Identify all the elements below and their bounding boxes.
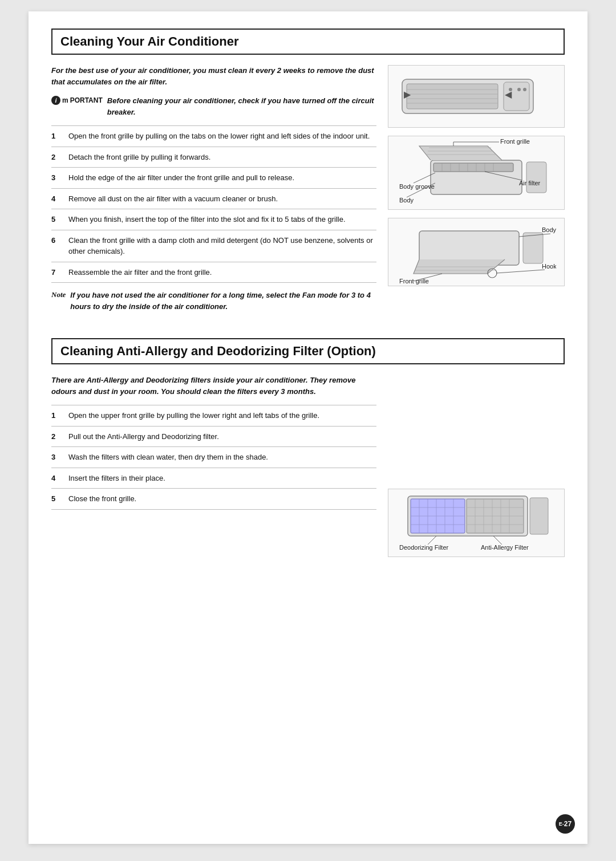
list-item: 6Clean the front grille with a damp clot… [51, 230, 376, 262]
list-item: 1Open the front grille by pulling on the… [51, 125, 376, 147]
page-number-value: 27 [564, 820, 572, 828]
svg-text:Air filter: Air filter [519, 180, 541, 186]
important-icon: i [51, 96, 60, 105]
important-label: m [62, 96, 68, 104]
diagram3-svg: Body Hook Front grille [396, 220, 556, 285]
step-text: Reassemble the air filter and the front … [68, 267, 376, 278]
step-number: 5 [51, 493, 60, 505]
note-text: If you have not used the air conditioner… [70, 290, 376, 312]
list-item: 1Open the upper front grille by pulling … [51, 405, 376, 426]
section2-diagrams: Deodorizing Filter Anti-Allergy Filter [388, 375, 565, 565]
list-item: 5Close the front grille. [51, 488, 376, 510]
diagram4-svg: Deodorizing Filter Anti-Allergy Filter [396, 490, 556, 556]
step-text: Insert the filters in their place. [68, 473, 376, 484]
section2-intro: There are Anti-Allergy and Deodorizing f… [51, 375, 376, 397]
step-text: Clean the front grille with a damp cloth… [68, 235, 376, 257]
diagram1: ◀ ▶ [388, 65, 565, 128]
list-item: 2Detach the front grille by pulling it f… [51, 147, 376, 168]
svg-rect-1 [407, 84, 498, 109]
important-label2: PORTANT [70, 96, 103, 104]
svg-text:Body groove: Body groove [399, 183, 435, 190]
svg-text:Body: Body [399, 197, 414, 204]
svg-rect-24 [526, 162, 546, 193]
important-badge: i mPORTANT [51, 96, 103, 105]
svg-text:Deodorizing Filter: Deodorizing Filter [399, 544, 449, 551]
diagram4: Deodorizing Filter Anti-Allergy Filter [388, 489, 565, 557]
step-number: 1 [51, 410, 60, 421]
step-number: 2 [51, 152, 60, 163]
svg-text:Front grille: Front grille [399, 278, 429, 285]
step-text: Close the front grille. [68, 493, 376, 505]
svg-text:Anti-Allergy Filter: Anti-Allergy Filter [481, 544, 529, 551]
important-box: i mPORTANT Before cleaning your air cond… [51, 95, 376, 117]
list-item: 4Insert the filters in their place. [51, 468, 376, 489]
list-item: 3Hold the edge of the air filter under t… [51, 167, 376, 188]
step-text: When you finish, insert the top of the f… [68, 214, 376, 225]
step-number: 4 [51, 473, 60, 484]
page: Cleaning Your Air Conditioner For the be… [29, 11, 587, 844]
steps-list-1: 1Open the front grille by pulling on the… [51, 125, 376, 283]
step-text: Remove all dust on the air filter with a… [68, 193, 376, 205]
step-number: 3 [51, 452, 60, 463]
step-number: 5 [51, 214, 60, 225]
svg-text:Hook: Hook [542, 263, 556, 270]
svg-text:▶: ▶ [404, 90, 411, 99]
section1-left: For the best use of your air conditioner… [51, 65, 376, 315]
step-number: 2 [51, 431, 60, 442]
svg-point-9 [509, 88, 512, 91]
important-text: Before cleaning your air conditioner, ch… [107, 95, 376, 117]
step-text: Pull out the Anti-Allergy and Deodorizin… [68, 431, 376, 442]
step-number: 4 [51, 193, 60, 205]
step-number: 7 [51, 267, 60, 278]
svg-line-68 [493, 536, 502, 545]
step-text: Open the front grille by pulling on the … [68, 131, 376, 142]
step-number: 6 [51, 235, 60, 246]
step-text: Detach the front grille by pulling it fo… [68, 152, 376, 163]
page-number: E-27 [556, 814, 575, 834]
section1-diagrams: ◀ ▶ [388, 65, 565, 315]
section2-title: Cleaning Anti-Allergy and Deodorizing Fi… [51, 338, 565, 364]
diagram2: Front grille Body groove Air filter Body [388, 136, 565, 210]
diagram1-svg: ◀ ▶ [396, 68, 556, 125]
svg-rect-65 [530, 498, 548, 534]
list-item: 5When you finish, insert the top of the … [51, 209, 376, 230]
step-number: 3 [51, 172, 60, 184]
svg-point-10 [517, 88, 521, 91]
diagram3: Body Hook Front grille [388, 218, 565, 286]
section1-title: Cleaning Your Air Conditioner [51, 29, 565, 55]
svg-rect-16 [433, 163, 513, 172]
page-number-prefix: E- [559, 821, 564, 827]
section1-intro: For the best use of your air conditioner… [51, 65, 376, 87]
step-text: Open the upper front grille by pulling t… [68, 410, 376, 421]
svg-rect-37 [523, 233, 543, 263]
list-item: 4Remove all dust on the air filter with … [51, 188, 376, 209]
section1: Cleaning Your Air Conditioner For the be… [51, 29, 565, 315]
diagram2-svg: Front grille Body groove Air filter Body [396, 137, 556, 209]
section2-left: There are Anti-Allergy and Deodorizing f… [51, 375, 376, 565]
svg-point-11 [523, 88, 526, 91]
note-label: Note [51, 290, 66, 299]
list-item: 2Pull out the Anti-Allergy and Deodorizi… [51, 426, 376, 447]
steps-list-2: 1Open the upper front grille by pulling … [51, 405, 376, 510]
svg-text:Front grille: Front grille [500, 138, 530, 145]
list-item: 3Wash the filters with clean water, then… [51, 446, 376, 468]
step-number: 1 [51, 131, 60, 142]
step-text: Wash the filters with clean water, then … [68, 452, 376, 463]
note-box: Note If you have not used the air condit… [51, 290, 376, 312]
step-text: Hold the edge of the air filter under th… [68, 172, 376, 184]
section2: Cleaning Anti-Allergy and Deodorizing Fi… [51, 338, 565, 565]
svg-line-42 [496, 270, 545, 273]
svg-text:Body: Body [542, 226, 556, 233]
svg-line-66 [428, 536, 436, 545]
list-item: 7Reassemble the air filter and the front… [51, 262, 376, 283]
